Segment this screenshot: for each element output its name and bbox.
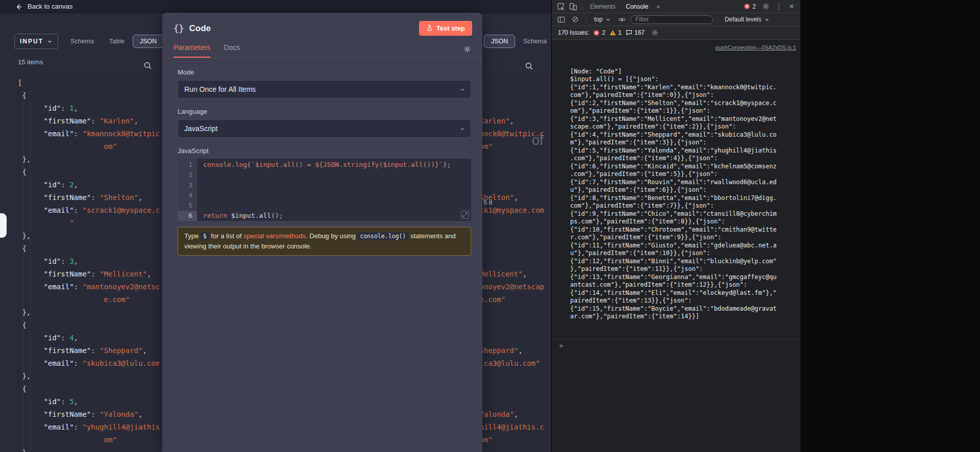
log-levels-selector[interactable]: Default levels [723,16,772,23]
more-tabs-icon[interactable]: » [653,3,663,10]
issues-bar: 170 Issues: 2 1 167 [552,26,800,40]
editor-hint: Type $ for a list of special vars/method… [178,227,471,256]
mode-select[interactable]: Run Once for All Items [178,80,471,98]
mode-value: Run Once for All Items [184,85,256,93]
console-toolbar: top Default levels [552,13,800,26]
log-levels-value: Default levels [725,16,762,23]
editor-code[interactable]: console.log(`$input.all() = ${JSON.strin… [197,159,471,221]
tab-input-json[interactable]: JSON [133,35,164,48]
devtools-settings-gear-icon[interactable] [760,1,772,12]
console-log-text: [Node: "Code"]$input.all() = [{"json":{"… [570,68,796,321]
tab-output-schema[interactable]: Schema [516,35,551,48]
indent-guide [30,91,30,452]
error-count: 2 [752,3,756,10]
input-node-selector[interactable]: INPUT [14,34,58,49]
tab-parameters[interactable]: Parameters [174,43,210,58]
n8n-app: Back to canvas n8n INPUT Schema Table JS… [0,0,551,452]
console-output[interactable]: pushConnection—0SA2xDS.js:1 [Node: "Code… [552,40,800,349]
test-step-button[interactable]: Test step [419,21,472,36]
divider [718,16,718,23]
indent-guide [23,91,23,452]
issues-warnings[interactable]: 1 [609,29,622,36]
code-editor[interactable]: 123456 console.log(`$input.all() = ${JSO… [178,159,471,221]
sidebar-expand-handle[interactable] [0,213,7,238]
devtools-tabbar: Elements Console » 2 ⋮ × [552,0,800,13]
modal-tabs: Parameters Docs [162,42,482,58]
issues-warning-count: 1 [618,29,622,36]
execution-context-selector[interactable]: top [591,16,614,23]
editor-gutter: 123456 [178,159,197,221]
tab-input-table[interactable]: Table [102,35,132,48]
inspect-element-icon[interactable] [555,1,567,12]
issues-error-count: 2 [602,29,605,36]
tab-input-schema[interactable]: Schema [63,35,101,48]
close-devtools-icon[interactable]: × [786,2,797,12]
error-icon [593,30,600,36]
kebab-menu-icon[interactable]: ⋮ [773,2,785,11]
modal-body: Mode Run Once for All Items Language Jav… [162,58,482,256]
clear-console-icon[interactable] [569,14,581,25]
issues-label[interactable]: 170 Issues: [558,29,589,36]
back-arrow-icon [15,2,23,10]
tab-output-json[interactable]: JSON [484,35,515,48]
issues-message-count: 167 [634,29,645,36]
issues-messages[interactable]: 167 [626,29,645,36]
tab-elements[interactable]: Elements [585,0,621,13]
console-prompt[interactable]: > [552,339,800,350]
error-icon [744,3,750,10]
console-log-entry[interactable]: pushConnection—0SA2xDS.js:1 [Node: "Code… [552,42,800,339]
ndv-topbar: Back to canvas [0,0,551,13]
language-label: Language [178,108,471,115]
node-title[interactable]: Code [189,23,211,34]
tab-docs[interactable]: Docs [224,43,240,58]
background-text-fragment: of [532,133,544,148]
code-editor-label: JavaScript [178,147,471,155]
chevron-down-icon [459,124,465,133]
warning-icon [609,30,616,36]
chevron-down-icon [605,17,611,22]
input-search-icon[interactable] [143,61,152,69]
issues-errors[interactable]: 2 [593,29,605,36]
console-sidebar-icon[interactable] [555,14,567,25]
message-bubble-icon [626,30,632,36]
chevron-down-icon [764,17,770,22]
chevron-down-icon [47,39,53,44]
devtools-panel: Elements Console » 2 ⋮ × top Default lev… [551,0,800,452]
test-step-label: Test step [436,24,465,32]
input-display-mode-tabs: Schema Table JSON [62,34,165,49]
error-counter[interactable]: 2 [742,3,758,10]
input-items-count: 15 items [18,58,43,66]
language-value: JavaScript [184,124,217,133]
code-node-icon: {} [174,23,184,34]
tab-console[interactable]: Console [621,0,653,13]
back-to-canvas-link[interactable]: Back to canvas [28,3,72,10]
console-source-link[interactable]: pushConnection—0SA2xDS.js:1 [716,44,796,52]
screen-void [800,0,980,452]
items-count-fragment: 5 it [483,198,492,206]
context-value: top [594,16,603,23]
code-node-modal: {} Code Test step Parameters Docs Mode R… [162,13,482,452]
devtools-tabbar-actions: 2 ⋮ × [742,1,797,12]
node-settings-gear-icon[interactable] [463,44,471,54]
flask-icon [426,25,433,32]
editor-expand-icon[interactable] [461,211,469,219]
divider [586,16,586,23]
live-expression-eye-icon[interactable] [616,14,628,25]
language-select[interactable]: JavaScript [178,119,471,138]
input-panel-title: INPUT [20,38,43,45]
output-search-icon[interactable] [525,61,533,70]
console-filter-input[interactable] [630,15,713,24]
modal-header: {} Code Test step [162,13,482,36]
input-json-content: [ { "id": 1, "firstName": "Karlen", "ema… [14,76,159,452]
device-toolbar-icon[interactable] [567,1,579,12]
divider [582,3,582,10]
issues-settings-gear-icon[interactable] [649,27,661,38]
chevron-down-icon [459,85,465,93]
input-json-view[interactable]: [ { "id": 1, "firstName": "Karlen", "ema… [14,76,159,452]
mode-label: Mode [178,68,471,76]
